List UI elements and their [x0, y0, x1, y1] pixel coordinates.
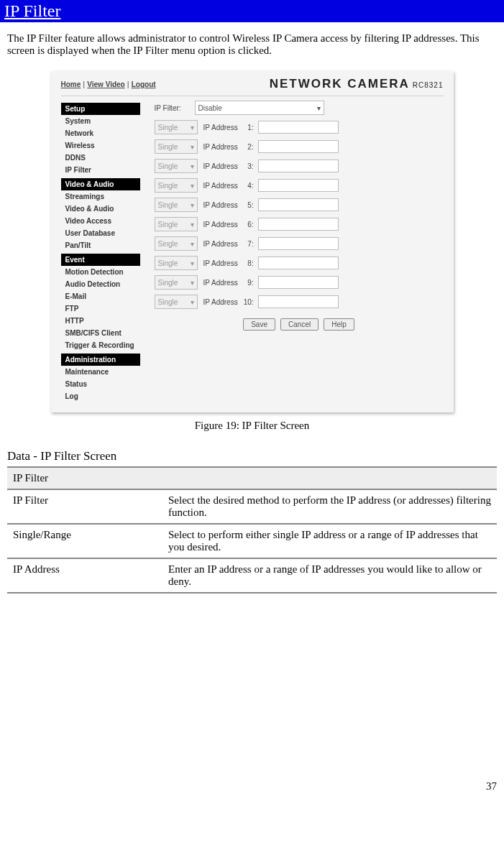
row-number: 6: [244, 221, 254, 228]
sidebar-item[interactable]: Trigger & Recording [61, 339, 140, 351]
form-area: IP Filter: Disable▾ Single▾IP Address1:S… [140, 101, 444, 402]
sidebar-item[interactable]: Motion Detection [61, 266, 140, 278]
address-label: IP Address [203, 221, 238, 228]
filter-select[interactable]: Disable▾ [195, 101, 324, 115]
address-input[interactable] [258, 237, 339, 250]
row-number: 9: [244, 279, 254, 287]
save-button[interactable]: Save [243, 318, 275, 331]
address-label: IP Address [203, 182, 238, 190]
table-key: IP Address [7, 558, 162, 593]
sidebar-header: Administration [61, 354, 140, 366]
sidebar-header: Event [61, 254, 140, 266]
brand-title: NETWORK CAMERARC8321 [270, 77, 444, 91]
chevron-down-icon: ▾ [191, 182, 194, 190]
help-button[interactable]: Help [324, 318, 354, 331]
row-number: 10: [244, 298, 254, 306]
sidebar-item[interactable]: System [61, 115, 140, 127]
address-row: Single▾IP Address7: [155, 236, 444, 251]
sidebar: SetupSystemNetworkWirelessDDNSIP FilterV… [61, 101, 140, 402]
row-number: 4: [244, 182, 254, 190]
row-number: 2: [244, 143, 254, 151]
type-select[interactable]: Single▾ [155, 139, 198, 154]
sidebar-item[interactable]: User Database [61, 227, 140, 239]
type-select[interactable]: Single▾ [155, 256, 198, 270]
row-number: 3: [244, 162, 254, 170]
address-label: IP Address [203, 143, 238, 151]
chevron-down-icon: ▾ [191, 162, 194, 170]
chevron-down-icon: ▾ [191, 298, 194, 306]
sidebar-item[interactable]: Audio Detection [61, 278, 140, 290]
type-select[interactable]: Single▾ [155, 275, 198, 290]
figure-caption: Figure 19: IP Filter Screen [7, 420, 497, 432]
address-input[interactable] [258, 257, 339, 269]
address-label: IP Address [203, 259, 238, 267]
address-label: IP Address [203, 298, 238, 306]
table-val: Select to perform either single IP addre… [162, 524, 497, 558]
table-val: Select the desired method to perform the… [162, 489, 497, 524]
chevron-down-icon: ▾ [191, 124, 194, 131]
address-label: IP Address [203, 201, 238, 209]
sidebar-item[interactable]: HTTP [61, 315, 140, 327]
address-label: IP Address [203, 240, 238, 248]
address-input[interactable] [258, 140, 339, 153]
address-row: Single▾IP Address4: [155, 178, 444, 193]
link-logout[interactable]: Logout [132, 80, 156, 88]
row-number: 8: [244, 259, 254, 267]
sidebar-item[interactable]: FTP [61, 303, 140, 315]
section-title: Data - IP Filter Screen [7, 449, 497, 463]
sidebar-header: Setup [61, 103, 140, 115]
address-row: Single▾IP Address9: [155, 275, 444, 290]
sidebar-item[interactable]: Video Access [61, 215, 140, 227]
sidebar-item[interactable]: Maintenance [61, 366, 140, 378]
sidebar-item[interactable]: E-Mail [61, 290, 140, 303]
address-row: Single▾IP Address2: [155, 139, 444, 154]
sidebar-item[interactable]: Pan/Tilt [61, 239, 140, 251]
address-input[interactable] [258, 160, 339, 172]
address-label: IP Address [203, 279, 238, 287]
type-select[interactable]: Single▾ [155, 178, 198, 193]
intro-text: The IP Filter feature allows administrat… [7, 32, 497, 57]
address-input[interactable] [258, 198, 339, 211]
address-row: Single▾IP Address5: [155, 198, 444, 212]
type-select[interactable]: Single▾ [155, 236, 198, 251]
type-select[interactable]: Single▾ [155, 217, 198, 231]
type-select[interactable]: Single▾ [155, 120, 198, 134]
address-input[interactable] [258, 218, 339, 231]
chevron-down-icon: ▾ [191, 240, 194, 248]
address-row: Single▾IP Address3: [155, 159, 444, 173]
chevron-down-icon: ▾ [191, 279, 194, 287]
sidebar-item[interactable]: Status [61, 378, 140, 390]
type-select[interactable]: Single▾ [155, 159, 198, 173]
chevron-down-icon: ▾ [191, 143, 194, 151]
sidebar-item[interactable]: Streamings [61, 190, 140, 203]
chevron-down-icon: ▾ [191, 259, 194, 267]
address-input[interactable] [258, 276, 339, 289]
table-val: Enter an IP address or a range of IP add… [162, 558, 497, 593]
address-input[interactable] [258, 121, 339, 134]
sidebar-item[interactable]: Log [61, 390, 140, 402]
address-input[interactable] [258, 179, 339, 192]
type-select[interactable]: Single▾ [155, 295, 198, 309]
sidebar-item[interactable]: Wireless [61, 139, 140, 152]
data-table: IP Filter IP FilterSelect the desired me… [7, 466, 497, 594]
sidebar-item[interactable]: Network [61, 127, 140, 139]
type-select[interactable]: Single▾ [155, 198, 198, 212]
address-row: Single▾IP Address1: [155, 120, 444, 134]
address-input[interactable] [258, 295, 339, 308]
chevron-down-icon: ▾ [317, 104, 321, 112]
filter-label: IP Filter: [155, 104, 195, 112]
top-links: Home | View Video | Logout [61, 80, 156, 88]
sidebar-item[interactable]: IP Filter [61, 164, 140, 176]
link-view-video[interactable]: View Video [87, 80, 124, 88]
table-key: IP Filter [7, 489, 162, 524]
screenshot: Home | View Video | Logout NETWORK CAMER… [51, 71, 454, 412]
row-number: 5: [244, 201, 254, 209]
link-home[interactable]: Home [61, 80, 81, 88]
cancel-button[interactable]: Cancel [280, 318, 319, 331]
sidebar-item[interactable]: DDNS [61, 152, 140, 164]
sidebar-item[interactable]: SMB/CIFS Client [61, 327, 140, 339]
sidebar-item[interactable]: Video & Audio [61, 203, 140, 215]
page-number: 37 [7, 780, 497, 793]
row-number: 7: [244, 240, 254, 248]
table-group: IP Filter [7, 467, 497, 489]
